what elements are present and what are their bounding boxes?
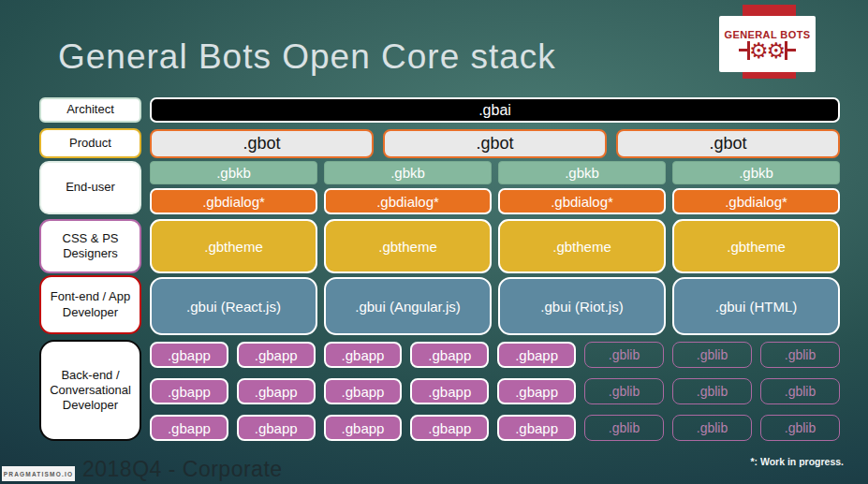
gear-icon: ⚙: [749, 41, 769, 60]
gbui-box: .gbui (React.js): [150, 277, 317, 335]
gbapp-box: .gbapp: [497, 415, 576, 441]
gbapp-group: .gbapp.gbapp.gbapp.gbapp.gbapp: [150, 378, 576, 404]
gbapp-gblib-row-1: .gbapp.gbapp.gbapp.gbapp.gbapp .gblib.gb…: [150, 342, 840, 368]
gblib-box: .gblib: [672, 342, 752, 368]
gbtheme-row: .gbtheme.gbtheme.gbtheme.gbtheme: [150, 219, 840, 273]
slide-background: General Bots Open Core stack GENERAL BOT…: [0, 0, 868, 484]
gbkb-row: .gbkb.gbkb.gbkb.gbkb: [150, 161, 840, 184]
page-title: General Bots Open Core stack: [58, 37, 556, 77]
gbdialog-row: .gbdialog*.gbdialog*.gbdialog*.gbdialog*: [150, 188, 840, 214]
gbui-row: .gbui (React.js).gbui (Angular.js).gbui …: [150, 277, 840, 335]
gbdialog-box: .gbdialog*: [498, 188, 666, 214]
general-bots-logo: GENERAL BOTS ⚙ ⚙: [719, 16, 816, 72]
gblib-box: .gblib: [760, 342, 840, 368]
gblib-box: .gblib: [760, 378, 840, 404]
gbapp-box: .gbapp: [324, 378, 403, 404]
gear-line-right-icon: [787, 49, 796, 51]
gblib-group: .gblib.gblib.gblib: [584, 415, 840, 441]
gbapp-box: .gbapp: [150, 378, 228, 404]
gbkb-box: .gbkb: [498, 161, 666, 184]
gbapp-group: .gbapp.gbapp.gbapp.gbapp.gbapp: [150, 415, 576, 441]
gbkb-box: .gbkb: [150, 161, 317, 184]
gbot-box: .gbot: [383, 129, 607, 158]
gblib-group: .gblib.gblib.gblib: [584, 342, 840, 368]
role-label-backend-conversational-developer: Back-end / Conversational Developer: [39, 340, 141, 441]
gbdialog-box: .gbdialog*: [672, 188, 840, 214]
gear-line-left-icon: [739, 49, 747, 51]
pragmatismo-watermark: PRAGMATISMO.IO: [2, 466, 75, 481]
role-label-end-user: End-user: [39, 161, 141, 214]
gbapp-box: .gbapp: [150, 415, 228, 441]
gbdialog-box: .gbdialog*: [150, 188, 317, 214]
gears-icon: ⚙ ⚙: [739, 41, 796, 60]
gbtheme-box: .gbtheme: [150, 219, 317, 273]
role-label-css-ps-designers: CSS & PS Designers: [39, 219, 141, 273]
gblib-box: .gblib: [672, 415, 752, 441]
gbapp-box: .gbapp: [150, 342, 228, 368]
gbot-box: .gbot: [150, 129, 374, 158]
gblib-box: .gblib: [584, 415, 664, 441]
gear-icon: ⚙: [767, 41, 787, 60]
gbapp-box: .gbapp: [237, 415, 316, 441]
gbapp-box: .gbapp: [324, 342, 403, 368]
gblib-box: .gblib: [760, 415, 840, 441]
gbapp-group: .gbapp.gbapp.gbapp.gbapp.gbapp: [150, 342, 576, 368]
gblib-box: .gblib: [584, 342, 664, 368]
gbot-row: .gbot.gbot.gbot: [150, 129, 840, 158]
gbot-box: .gbot: [616, 129, 840, 158]
gbai-row: .gbai: [150, 97, 840, 123]
gbkb-box: .gbkb: [672, 161, 840, 184]
gbtheme-box: .gbtheme: [498, 219, 666, 273]
gbapp-box: .gbapp: [237, 378, 316, 404]
gbapp-box: .gbapp: [497, 378, 576, 404]
gbdialog-box: .gbdialog*: [324, 188, 492, 214]
role-label-frontend-app-developer: Font-end / App Developer: [39, 275, 141, 334]
gbtheme-box: .gbtheme: [324, 219, 492, 273]
gbapp-box: .gbapp: [410, 342, 489, 368]
gbui-box: .gbui (Angular.js): [324, 277, 492, 335]
gbapp-box: .gbapp: [237, 342, 316, 368]
gbui-box: .gbui (Riot.js): [498, 277, 666, 335]
gbapp-box: .gbapp: [410, 415, 489, 441]
gbai-box: .gbai: [150, 97, 840, 123]
gblib-box: .gblib: [672, 378, 752, 404]
gbkb-box: .gbkb: [324, 161, 492, 184]
gbapp-box: .gbapp: [497, 342, 576, 368]
gbapp-gblib-row-3: .gbapp.gbapp.gbapp.gbapp.gbapp .gblib.gb…: [150, 415, 840, 441]
gbtheme-box: .gbtheme: [672, 219, 840, 273]
gblib-group: .gblib.gblib.gblib: [584, 378, 840, 404]
role-label-architect: Architect: [39, 97, 141, 123]
gbapp-box: .gbapp: [324, 415, 403, 441]
work-in-progress-note: *: Work in progress.: [750, 456, 844, 467]
gbui-box: .gbui (HTML): [672, 277, 840, 335]
gblib-box: .gblib: [584, 378, 664, 404]
footer-edition-text: 2018Q4 - Corporate: [82, 457, 283, 482]
gbapp-box: .gbapp: [410, 378, 489, 404]
role-label-product: Product: [39, 128, 141, 158]
gbapp-gblib-row-2: .gbapp.gbapp.gbapp.gbapp.gbapp .gblib.gb…: [150, 378, 840, 404]
